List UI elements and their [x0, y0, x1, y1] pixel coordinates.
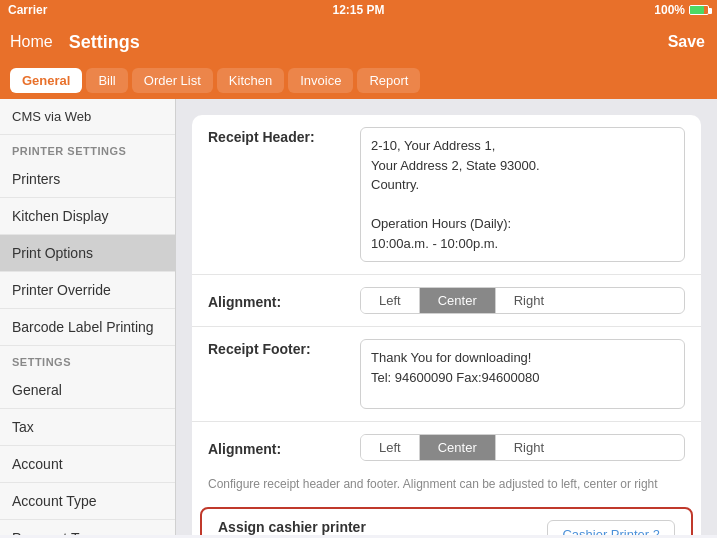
status-bar: Carrier 12:15 PM 100%: [0, 0, 717, 20]
home-button[interactable]: Home: [10, 33, 53, 51]
sidebar-section-settings: SETTINGS: [0, 346, 175, 372]
align2-right-btn[interactable]: Right: [496, 435, 562, 460]
sidebar-section-printer-settings: PRINTER SETTINGS: [0, 135, 175, 161]
tab-invoice[interactable]: Invoice: [288, 68, 353, 93]
receipt-footer-text[interactable]: Thank You for downloading! Tel: 94600090…: [360, 339, 685, 409]
sidebar-item-print-options[interactable]: Print Options: [0, 235, 175, 272]
receipt-header-label: Receipt Header:: [208, 127, 348, 145]
alignment1-row: Alignment: Left Center Right: [192, 275, 701, 327]
alignment-note: Configure receipt header and footer. Ali…: [192, 473, 701, 501]
receipt-footer-row: Receipt Footer: Thank You for downloadin…: [192, 327, 701, 422]
sidebar-item-account[interactable]: Account: [0, 446, 175, 483]
save-button[interactable]: Save: [668, 33, 705, 51]
tab-report[interactable]: Report: [357, 68, 420, 93]
app-header: Home Settings Save: [0, 20, 717, 64]
align1-right-btn[interactable]: Right: [496, 288, 562, 313]
alignment2-label: Alignment:: [208, 439, 348, 457]
time-label: 12:15 PM: [332, 3, 384, 17]
carrier-label: Carrier: [8, 3, 47, 17]
content-area: Receipt Header: 2-10, Your Address 1, Yo…: [176, 99, 717, 535]
cashier-printer-highlight-border: Assign cashier printer Printer to print …: [200, 507, 693, 535]
sidebar-item-barcode-label[interactable]: Barcode Label Printing: [0, 309, 175, 346]
cashier-printer-title: Assign cashier printer: [218, 519, 535, 535]
tab-bar: General Bill Order List Kitchen Invoice …: [0, 64, 717, 99]
cashier-printer-button[interactable]: Cashier Printer 2: [547, 520, 675, 536]
settings-card: Receipt Header: 2-10, Your Address 1, Yo…: [192, 115, 701, 535]
main-layout: CMS via Web PRINTER SETTINGS Printers Ki…: [0, 99, 717, 535]
alignment1-value: Left Center Right: [360, 287, 685, 314]
alignment1-group: Left Center Right: [360, 287, 685, 314]
sidebar-item-general[interactable]: General: [0, 372, 175, 409]
sidebar-item-printer-override[interactable]: Printer Override: [0, 272, 175, 309]
align1-center-btn[interactable]: Center: [420, 288, 496, 313]
sidebar-item-cms[interactable]: CMS via Web: [0, 99, 175, 135]
battery-icon: [689, 5, 709, 15]
align2-left-btn[interactable]: Left: [361, 435, 420, 460]
align1-left-btn[interactable]: Left: [361, 288, 420, 313]
battery-label: 100%: [654, 3, 685, 17]
receipt-footer-value: Thank You for downloading! Tel: 94600090…: [360, 339, 685, 409]
receipt-header-row: Receipt Header: 2-10, Your Address 1, Yo…: [192, 115, 701, 275]
sidebar-item-tax[interactable]: Tax: [0, 409, 175, 446]
tab-kitchen[interactable]: Kitchen: [217, 68, 284, 93]
alignment2-value: Left Center Right: [360, 434, 685, 461]
receipt-footer-label: Receipt Footer:: [208, 339, 348, 357]
align2-center-btn[interactable]: Center: [420, 435, 496, 460]
alignment1-label: Alignment:: [208, 292, 348, 310]
cashier-printer-row: Assign cashier printer Printer to print …: [202, 509, 691, 535]
alignment2-row: Alignment: Left Center Right: [192, 422, 701, 473]
tab-bill[interactable]: Bill: [86, 68, 127, 93]
sidebar: CMS via Web PRINTER SETTINGS Printers Ki…: [0, 99, 176, 535]
sidebar-item-payment-types[interactable]: Payment Types: [0, 520, 175, 535]
sidebar-item-printers[interactable]: Printers: [0, 161, 175, 198]
receipt-header-value: 2-10, Your Address 1, Your Address 2, St…: [360, 127, 685, 262]
receipt-header-text[interactable]: 2-10, Your Address 1, Your Address 2, St…: [360, 127, 685, 262]
cashier-printer-info: Assign cashier printer Printer to print …: [218, 519, 535, 535]
sidebar-item-account-type[interactable]: Account Type: [0, 483, 175, 520]
tab-order-list[interactable]: Order List: [132, 68, 213, 93]
alignment2-group: Left Center Right: [360, 434, 685, 461]
battery-area: 100%: [654, 3, 709, 17]
tab-general[interactable]: General: [10, 68, 82, 93]
sidebar-item-kitchen-display[interactable]: Kitchen Display: [0, 198, 175, 235]
page-title: Settings: [69, 32, 140, 53]
